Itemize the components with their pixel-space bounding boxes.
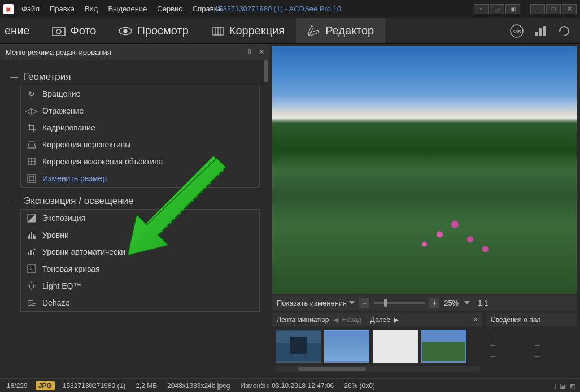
section-exposure[interactable]: — Экспозиция / освещение — [10, 195, 260, 207]
info-grid: -- -- -- -- -- -- — [486, 326, 577, 364]
ruler-pencil-icon — [307, 24, 321, 38]
light-eq-icon — [27, 281, 37, 291]
svg-rect-12 — [535, 32, 538, 36]
thumbnails — [272, 326, 483, 366]
nav-back-label[interactable]: Назад — [342, 316, 361, 324]
thumbnail[interactable] — [324, 330, 369, 363]
svg-rect-29 — [28, 252, 29, 255]
svg-point-3 — [124, 29, 128, 33]
info-cell: -- — [535, 341, 572, 349]
tool-resize[interactable]: Изменить размер — [21, 170, 259, 187]
close-panel-icon[interactable]: ✕ — [259, 48, 264, 56]
info-cell: -- — [535, 330, 572, 338]
section-geometry[interactable]: — Геометрия — [10, 71, 260, 82]
nav-next-icon[interactable]: ▶ — [394, 316, 399, 324]
svg-marker-15 — [559, 30, 561, 32]
tool-exposure[interactable]: Экспозиция — [21, 210, 259, 227]
preview-image — [272, 46, 577, 294]
panel-scrollbar[interactable] — [263, 60, 269, 378]
svg-point-32 — [34, 249, 36, 250]
status-zoom: 26% (0x0) — [342, 382, 377, 390]
status-index: 18/229 — [5, 382, 30, 390]
bars-icon[interactable] — [533, 23, 548, 39]
wc-2[interactable]: ▭ — [490, 4, 504, 14]
tool-tone-curve[interactable]: Тоновая кривая — [21, 260, 259, 277]
resize-icon — [27, 173, 37, 184]
tool-perspective[interactable]: Коррекция перспективы — [21, 136, 259, 153]
chevron-down-icon — [349, 301, 355, 304]
menu-view[interactable]: Вид — [85, 5, 98, 13]
zoom-out-button[interactable]: − — [359, 298, 369, 308]
menu-file[interactable]: Файл — [21, 5, 40, 13]
app-icon — [3, 4, 14, 14]
tool-auto-levels[interactable]: Уровни автоматически — [21, 243, 259, 260]
tool-crop[interactable]: Кадрирование — [21, 119, 259, 136]
info-cell: -- — [491, 330, 528, 338]
window-controls: ▫ ▭ ▣ — □ ✕ — [474, 4, 577, 14]
maximize-button[interactable]: □ — [546, 4, 561, 14]
mode-tab-correction[interactable]: Коррекция — [200, 18, 296, 43]
status-icon-2[interactable]: ◪ — [560, 382, 566, 390]
menu-select[interactable]: Выделение — [108, 5, 147, 13]
mode-tab-editor[interactable]: Редактор — [296, 18, 385, 43]
auto-levels-icon — [27, 247, 37, 257]
mode-tab-manage[interactable]: ение — [0, 18, 41, 43]
svg-rect-21 — [29, 176, 34, 181]
rotate-icon: ↻ — [27, 89, 37, 99]
status-icon-1[interactable]: ▯ — [552, 382, 556, 390]
tool-rotate[interactable]: ↻ Вращение — [21, 85, 259, 102]
filmstrip-close-icon[interactable]: ✕ — [473, 316, 478, 324]
tool-dehaze[interactable]: Dehaze — [21, 294, 259, 311]
status-modified: Изменён: 03.10.2018 12:47:06 — [238, 382, 336, 390]
svg-rect-30 — [30, 250, 32, 255]
mode-tab-preview[interactable]: Просмотр — [107, 18, 199, 43]
image-viewport[interactable] — [272, 46, 577, 294]
sync-365-icon[interactable]: 365 — [509, 23, 525, 39]
menu-edit[interactable]: Правка — [50, 5, 75, 13]
zoom-1to1[interactable]: 1:1 — [478, 299, 488, 307]
refresh-icon[interactable] — [556, 23, 572, 39]
minimize-button[interactable]: — — [530, 4, 545, 14]
status-dimensions: 2048x1333x24b jpeg — [165, 382, 232, 390]
edit-menu-panel: Меню режима редактирования ✕ — Геометрия… — [0, 44, 270, 378]
right-toolbar: 365 — [501, 23, 580, 39]
nav-next-label[interactable]: Далее — [370, 316, 390, 324]
tool-lens-distortion[interactable]: Коррекция искажения объектива — [21, 153, 259, 170]
statusbar: 18/229 JPG 15327130271980 (1) 2,2 МБ 204… — [0, 378, 580, 392]
thumbnail[interactable] — [276, 330, 321, 363]
pin-icon[interactable] — [246, 48, 253, 56]
wc-1[interactable]: ▫ — [474, 4, 489, 14]
zoom-slider[interactable] — [374, 302, 425, 304]
mode-tabs: ение Фото Просмотр Коррекция Редактор 36… — [0, 18, 580, 44]
thumbnail[interactable] — [373, 330, 418, 363]
filmstrip-panel: Лента миниатюр ◀ Назад Далее ▶ ✕ — [272, 313, 483, 375]
geometry-list: ↻ Вращение ◁▷ Отражение Кадрирование — [20, 85, 260, 188]
lens-distortion-icon — [27, 156, 37, 167]
menu-service[interactable]: Сервис — [157, 5, 182, 13]
filmstrip-scrollbar[interactable] — [276, 366, 479, 372]
thumbnail[interactable] — [421, 330, 466, 363]
info-cell: -- — [491, 352, 528, 360]
window-title: 15327130271980 (1) - ACDSee Pro 10 — [215, 5, 341, 13]
show-changes-dropdown[interactable]: Показать изменения — [277, 299, 355, 307]
close-button[interactable]: ✕ — [562, 4, 577, 14]
svg-rect-31 — [33, 252, 34, 255]
tool-light-eq[interactable]: Light EQ™ — [21, 277, 259, 294]
svg-rect-25 — [29, 234, 30, 239]
dehaze-icon — [27, 298, 37, 308]
zoom-bar: Показать изменения − + 25% 1:1 — [272, 295, 577, 311]
exposure-list: Экспозиция Уровни Уровни автоматически — [20, 209, 260, 312]
status-filename: 15327130271980 (1) — [60, 382, 128, 390]
nav-back-icon[interactable]: ◀ — [333, 316, 338, 324]
svg-rect-0 — [53, 28, 65, 36]
filmstrip-title: Лента миниатюр — [277, 316, 329, 324]
panel-header: Меню режима редактирования ✕ — [0, 44, 270, 60]
mode-tab-photo[interactable]: Фото — [41, 18, 107, 43]
wc-3[interactable]: ▣ — [505, 4, 520, 14]
tool-flip[interactable]: ◁▷ Отражение — [21, 102, 259, 119]
tool-levels[interactable]: Уровни — [21, 227, 259, 243]
chevron-down-icon[interactable] — [464, 301, 470, 304]
zoom-in-button[interactable]: + — [429, 298, 439, 308]
filmstrip-header: Лента миниатюр ◀ Назад Далее ▶ ✕ — [272, 313, 483, 326]
status-icon-3[interactable]: ◩ — [569, 382, 575, 390]
